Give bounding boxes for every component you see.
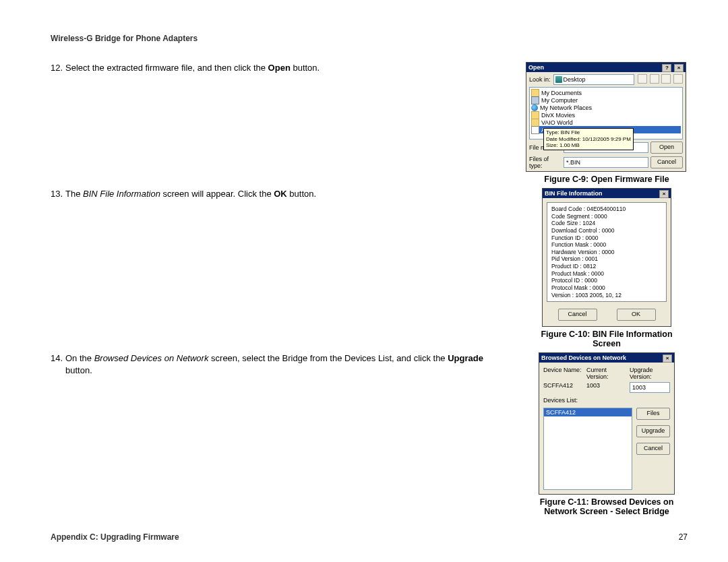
list-item[interactable]: My Documents [541,90,582,96]
bold-open: Open [268,63,291,73]
titlebar: BIN File Information × [543,189,671,198]
info-line: Code Size : 1024 [551,220,662,227]
close-icon[interactable]: × [659,190,669,198]
info-line: Hardware Version : 0000 [551,249,662,256]
devices-list-label: Devices List: [543,397,670,404]
dialog-title: Browsed Devices on Network [541,353,626,363]
step-number: 14. [51,352,65,376]
tooltip-line: Type: BIN File [546,129,631,136]
bold-ok: OK [274,189,287,199]
bold-upgrade: Upgrade [448,353,483,363]
text: button. [287,189,316,199]
step-body: On the Browsed Devices on Network screen… [65,352,512,376]
info-line: Pid Version : 0001 [551,255,662,263]
info-line: Function ID : 0000 [551,235,662,242]
info-line: Download Control : 0000 [551,227,662,235]
titlebar: Open ? × [526,63,686,72]
italic-term: Browsed Devices on Network [94,353,209,363]
open-dialog: Open ? × Look in: Desktop [526,62,686,172]
filetype-label: Files of type: [529,156,562,169]
list-item[interactable]: VAIO World [541,119,573,126]
italic-term: BIN File Information [83,189,160,199]
close-icon[interactable]: × [674,64,684,72]
figure-c9-caption: Figure C-9: Open Firmware File [526,175,688,184]
step-14: 14. On the Browsed Devices on Network sc… [51,352,512,376]
info-line: Board Code : 04E054000110 [551,206,662,213]
filetype-dropdown[interactable]: *.BIN [564,157,648,168]
cancel-button[interactable]: Cancel [558,309,597,321]
figure-c11-caption: Figure C-11: Browsed Devices on Network … [526,497,688,516]
help-icon[interactable]: ? [662,64,671,72]
back-icon[interactable] [638,74,647,84]
file-icon [531,126,539,134]
figure-c10-caption: Figure C-10: BIN File Information Screen [526,330,688,348]
browsed-devices-dialog: Browsed Devices on Network × Device Name… [539,352,675,495]
lookin-dropdown[interactable]: Desktop [553,74,635,85]
info-line: Product ID : 0812 [551,263,662,270]
upgrade-button[interactable]: Upgrade [636,425,670,437]
titlebar: Browsed Devices on Network × [539,353,674,363]
tooltip-line: Size: 1.00 MB [546,142,631,149]
up-icon[interactable] [650,74,659,84]
ok-button[interactable]: OK [617,309,656,321]
info-line: Code Segment : 0000 [551,213,662,220]
network-icon [531,104,538,111]
info-line: Product Mask : 0000 [551,270,662,278]
current-version-header: Current Version: [586,367,627,380]
step-body: Select the extracted firmware file, and … [65,62,512,74]
upgrade-version-input[interactable]: 1003 [630,382,670,393]
cancel-button[interactable]: Cancel [636,443,670,455]
open-button[interactable]: Open [650,142,683,154]
info-line: Version : 1003 2005, 10, 12 [551,292,662,299]
views-icon[interactable] [673,74,683,84]
list-item-selected[interactable]: SCFFA412 [544,408,632,416]
step-12: 12. Select the extracted firmware file, … [51,62,512,74]
page-number: 27 [679,532,688,542]
info-line: Function Mask : 0000 [551,241,662,249]
tooltip-line: Date Modified: 10/12/2005 9:29 PM [546,136,631,143]
close-icon[interactable]: × [663,354,672,363]
caption-line: Figure C-10: BIN File Information [526,330,688,339]
step-body: The BIN File Information screen will app… [65,188,512,200]
step-number: 13. [51,188,65,200]
step-13: 13. The BIN File Information screen will… [51,188,512,200]
text: button. [65,365,92,375]
text: The [65,189,83,199]
current-version-value: 1003 [586,382,627,393]
footer-appendix: Appendix C: Upgrading Firmware [51,532,179,542]
step-number: 12. [51,62,65,74]
device-name-header: Device Name: [543,367,584,380]
info-line: Protocol Mask : 0000 [551,284,662,292]
file-list[interactable]: My Documents My Computer My Network Plac… [529,87,683,139]
doc-header: Wireless-G Bridge for Phone Adapters [51,34,688,43]
newfolder-icon[interactable] [661,74,671,84]
caption-line: Screen [526,339,688,348]
text: screen will appear. Click the [160,189,274,199]
info-line: Protocol ID : 0000 [551,277,662,284]
upgrade-version-header: Upgrade Version: [630,367,670,380]
cancel-button[interactable]: Cancel [650,156,683,168]
text: screen, select the Bridge from the Devic… [208,353,448,363]
dialog-title: BIN File Information [545,189,603,198]
text: Select the extracted firmware file, and … [65,63,268,73]
files-button[interactable]: Files [636,408,670,420]
lookin-value: Desktop [564,75,586,84]
bin-info-dialog: BIN File Information × Board Code : 04E0… [542,188,671,327]
file-tooltip: Type: BIN File Date Modified: 10/12/2005… [543,128,634,150]
caption-line: Network Screen - Select Bridge [526,507,688,516]
info-panel: Board Code : 04E054000110 Code Segment :… [547,202,667,302]
list-item[interactable]: My Computer [541,97,578,104]
devices-listbox[interactable]: SCFFA412 [543,408,632,490]
dialog-title: Open [528,63,544,72]
caption-line: Figure C-11: Browsed Devices on [526,497,688,507]
text: button. [291,63,320,73]
list-item[interactable]: My Network Places [540,104,592,111]
device-name-value: SCFFA412 [543,382,584,393]
desktop-icon [555,76,562,83]
text: On the [65,353,94,363]
list-item[interactable]: DivX Movies [541,112,575,119]
computer-icon [531,96,539,104]
lookin-label: Look in: [529,76,551,83]
